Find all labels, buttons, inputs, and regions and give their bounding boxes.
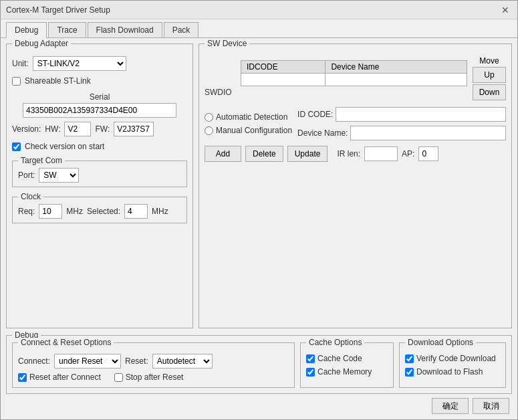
reset-options-row: Reset after Connect Stop after Reset bbox=[18, 373, 289, 382]
sw-device-table-area: IDCODE Device Name 0x1BA01477 ARM CoreSi… bbox=[205, 56, 467, 100]
manual-config-row: Manual Configuration bbox=[205, 126, 292, 135]
ok-button[interactable]: 确定 bbox=[432, 398, 469, 414]
verify-label: Verify Code Download bbox=[416, 354, 496, 363]
id-code-label: ID CODE: bbox=[297, 110, 333, 119]
download-flash-row: Download to Flash bbox=[405, 367, 500, 377]
tab-flash-download[interactable]: Flash Download bbox=[88, 22, 162, 37]
auto-detect-label: Automatic Detection bbox=[216, 112, 287, 122]
cache-checkboxes: Cache Code Cache Memory bbox=[306, 354, 388, 377]
fw-input[interactable] bbox=[114, 122, 154, 136]
stop-after-label: Stop after Reset bbox=[126, 373, 184, 382]
verify-row: Verify Code Download bbox=[405, 354, 500, 363]
download-flash-checkbox[interactable] bbox=[405, 368, 414, 377]
table-row[interactable]: 0x1BA01477 ARM CoreSight SW-DP bbox=[241, 74, 467, 86]
version-label: Version: bbox=[12, 124, 41, 134]
mhz1-label: MHz bbox=[66, 207, 83, 216]
cache-code-checkbox[interactable] bbox=[306, 354, 315, 363]
top-row: Debug Adapter Unit: ST-LINK/V2 Shareable… bbox=[6, 43, 512, 328]
download-flash-label: Download to Flash bbox=[416, 367, 483, 377]
sw-device-title: SW Device bbox=[205, 39, 249, 48]
tab-trace[interactable]: Trace bbox=[48, 22, 86, 37]
serial-section: Serial bbox=[12, 92, 187, 118]
port-row: Port: SW bbox=[18, 168, 181, 183]
device-name-input[interactable] bbox=[350, 126, 506, 140]
ap-label: AP: bbox=[402, 149, 414, 159]
reset-after-row: Reset after Connect bbox=[18, 373, 101, 382]
cache-options-group: Cache Options Cache Code Cache Memory bbox=[300, 342, 394, 388]
unit-select[interactable]: ST-LINK/V2 bbox=[33, 56, 126, 71]
manual-config-label: Manual Configuration bbox=[216, 126, 292, 135]
delete-button[interactable]: Delete bbox=[245, 146, 283, 162]
connect-reset-title: Connect & Reset Options bbox=[18, 338, 114, 347]
download-options-group: Download Options Verify Code Download Do… bbox=[399, 342, 506, 388]
col-device-name: Device Name bbox=[326, 61, 467, 74]
serial-label: Serial bbox=[90, 92, 110, 102]
main-window: Cortex-M Target Driver Setup ✕ Debug Tra… bbox=[0, 0, 518, 420]
tab-bar: Debug Trace Flash Download Pack bbox=[1, 19, 517, 38]
sw-device-group: SW Device IDCODE Device Name bbox=[199, 43, 512, 328]
reset-select[interactable]: Autodetect bbox=[152, 354, 213, 369]
port-select[interactable]: SW bbox=[39, 168, 79, 183]
stop-after-checkbox[interactable] bbox=[114, 373, 123, 382]
connect-reset-group: Connect & Reset Options Connect: under R… bbox=[12, 342, 295, 388]
cancel-button[interactable]: 取消 bbox=[473, 398, 509, 414]
shareable-row: Shareable ST-Link bbox=[12, 76, 187, 86]
cache-memory-label: Cache Memory bbox=[317, 367, 372, 377]
serial-input[interactable] bbox=[23, 103, 176, 118]
update-button[interactable]: Update bbox=[287, 146, 328, 162]
connect-select[interactable]: under Reset bbox=[54, 354, 121, 369]
verify-checkbox[interactable] bbox=[405, 354, 414, 363]
hw-input[interactable] bbox=[64, 122, 91, 136]
auto-detect-radio[interactable] bbox=[205, 113, 213, 122]
check-version-checkbox[interactable] bbox=[12, 142, 21, 151]
cache-memory-row: Cache Memory bbox=[306, 367, 388, 377]
action-row: Add Delete Update IR len: AP: bbox=[205, 146, 506, 162]
selected-input[interactable] bbox=[124, 204, 148, 219]
title-bar: Cortex-M Target Driver Setup ✕ bbox=[1, 1, 517, 19]
bottom-buttons: 确定 取消 bbox=[6, 398, 512, 414]
up-button[interactable]: Up bbox=[473, 67, 506, 83]
shareable-checkbox[interactable] bbox=[12, 77, 21, 86]
port-label: Port: bbox=[18, 171, 35, 180]
add-button[interactable]: Add bbox=[205, 146, 241, 162]
down-button[interactable]: Down bbox=[473, 84, 506, 100]
cache-memory-checkbox[interactable] bbox=[306, 368, 315, 377]
sw-table: IDCODE Device Name 0x1BA01477 ARM CoreSi… bbox=[241, 60, 467, 86]
req-label: Req: bbox=[18, 207, 35, 216]
version-row: Version: HW: FW: bbox=[12, 122, 187, 136]
window-title: Cortex-M Target Driver Setup bbox=[6, 5, 110, 15]
manual-config-radio[interactable] bbox=[205, 126, 213, 135]
ir-len-input[interactable] bbox=[364, 146, 398, 161]
tab-debug[interactable]: Debug bbox=[6, 22, 47, 38]
unit-label: Unit: bbox=[12, 59, 29, 68]
hw-label: HW: bbox=[45, 124, 60, 134]
download-options-title: Download Options bbox=[405, 338, 476, 347]
col-idcode: IDCODE bbox=[241, 61, 326, 74]
swdio-label: SWDIO bbox=[205, 88, 238, 97]
sw-table-wrapper: IDCODE Device Name 0x1BA01477 ARM CoreSi… bbox=[241, 56, 467, 86]
device-name-label: Device Name: bbox=[297, 128, 348, 138]
id-code-field-row: ID CODE: bbox=[297, 107, 506, 122]
cache-code-label: Cache Code bbox=[317, 354, 362, 363]
debug-adapter-group: Debug Adapter Unit: ST-LINK/V2 Shareable… bbox=[6, 43, 193, 328]
req-input[interactable] bbox=[39, 204, 62, 219]
tab-pack[interactable]: Pack bbox=[164, 22, 199, 37]
detection-options: Automatic Detection Manual Configuration bbox=[205, 112, 292, 135]
clock-group: Clock Req: MHz Selected: MHz bbox=[12, 197, 187, 223]
id-fields: ID CODE: Device Name: bbox=[297, 107, 506, 140]
connect-row: Connect: under Reset Reset: Autodetect bbox=[18, 354, 289, 369]
check-version-label: Check version on start bbox=[25, 142, 104, 151]
move-actions: Move Up Down bbox=[473, 56, 506, 100]
bottom-inner: Connect & Reset Options Connect: under R… bbox=[12, 342, 506, 388]
target-com-group: Target Com Port: SW bbox=[12, 161, 187, 187]
shareable-label: Shareable ST-Link bbox=[25, 76, 91, 86]
auto-detect-row: Automatic Detection bbox=[205, 112, 292, 122]
id-code-input[interactable] bbox=[336, 107, 506, 122]
sw-device-content: IDCODE Device Name 0x1BA01477 ARM CoreSi… bbox=[205, 56, 506, 100]
close-button[interactable]: ✕ bbox=[499, 5, 512, 15]
ap-input[interactable] bbox=[418, 146, 438, 161]
device-name-field-row: Device Name: bbox=[297, 126, 506, 140]
reset-after-checkbox[interactable] bbox=[18, 373, 27, 382]
sw-row-label: SWDIO bbox=[205, 88, 467, 97]
row-idcode: 0x1BA01477 bbox=[241, 74, 326, 86]
